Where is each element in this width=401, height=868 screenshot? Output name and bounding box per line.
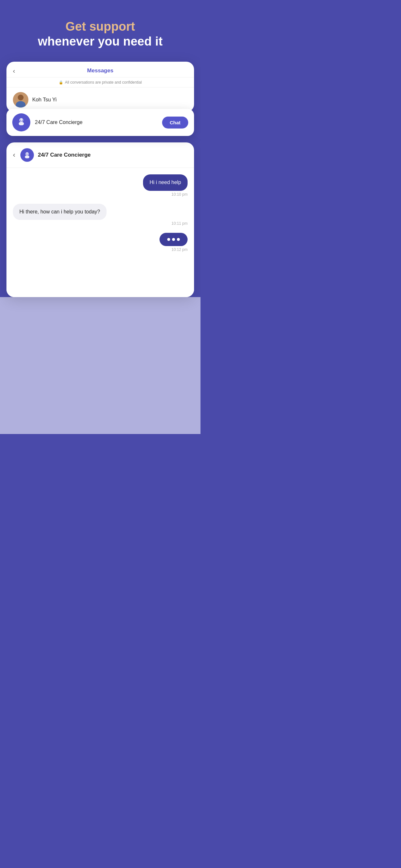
messages-card: ‹ Messages 🔒 All conversations are priva…	[6, 62, 194, 112]
message-received-1: Hi there, how can i help you today? 10:1…	[13, 204, 188, 231]
message-time-3: 10:12 pm	[172, 247, 188, 252]
chat-button[interactable]: Chat	[162, 117, 188, 128]
hero-title-accent: Get support	[6, 20, 194, 34]
typing-bubble	[159, 233, 188, 246]
back-arrow-icon[interactable]: ‹	[13, 67, 15, 74]
contact-row[interactable]: Koh Tsu Yi	[6, 88, 194, 112]
chat-concierge-name: 24/7 Care Concierge	[38, 152, 90, 158]
contact-name: Koh Tsu Yi	[32, 97, 57, 103]
care-concierge-bar: 24/7 Care Concierge Chat	[6, 109, 194, 136]
svg-point-3	[22, 120, 23, 120]
svg-point-7	[28, 153, 29, 154]
messages-title: Messages	[87, 67, 113, 74]
concierge-name: 24/7 Care Concierge	[35, 120, 158, 125]
chat-back-arrow-icon[interactable]: ‹	[13, 151, 15, 159]
messages-header: ‹ Messages	[6, 62, 194, 78]
bot-icon	[17, 117, 26, 128]
message-bubble-sent-1: Hi i need help	[143, 175, 188, 190]
svg-rect-1	[19, 122, 24, 125]
hero-title-main: whenever you need it	[6, 34, 194, 49]
chat-bot-avatar	[20, 148, 34, 162]
svg-rect-5	[25, 156, 29, 159]
message-sent-1: Hi i need help 10:10 pm	[13, 175, 188, 202]
chat-messages: Hi i need help 10:10 pm Hi there, how ca…	[6, 168, 194, 297]
typing-dot-1	[167, 238, 170, 241]
typing-dot-2	[172, 238, 175, 241]
svg-point-6	[26, 153, 27, 154]
privacy-text: All conversations are private and confid…	[65, 80, 142, 85]
message-time-2: 10:11 pm	[172, 221, 188, 226]
typing-indicator-row: 10:12 pm	[13, 233, 188, 257]
message-time-1: 10:10 pm	[172, 192, 188, 197]
bot-avatar	[12, 113, 30, 131]
privacy-notice: 🔒 All conversations are private and conf…	[6, 78, 194, 88]
hero-section: Get support whenever you need it	[0, 20, 201, 62]
message-bubble-received-1: Hi there, how can i help you today?	[13, 204, 106, 220]
avatar	[13, 92, 28, 107]
typing-dot-3	[177, 238, 180, 241]
chat-card: ‹ 24/7 Care Concierge	[6, 143, 194, 297]
chat-header: ‹ 24/7 Care Concierge	[6, 143, 194, 168]
lock-icon: 🔒	[59, 81, 63, 85]
svg-point-2	[20, 120, 21, 120]
